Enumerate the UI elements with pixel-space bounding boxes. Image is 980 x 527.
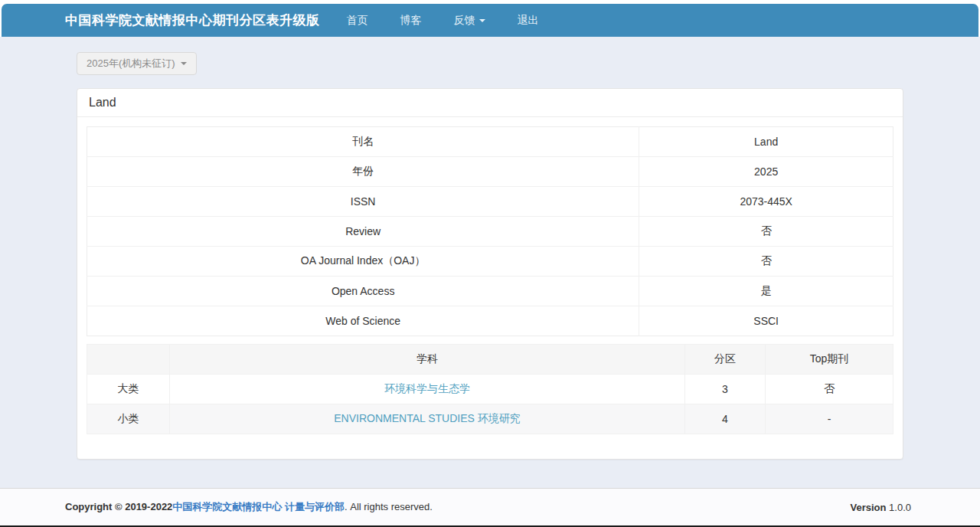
journal-title: Land (77, 89, 903, 117)
caret-down-icon (479, 19, 485, 22)
journal-panel: Land 刊名 Land 年份 2025 ISSN (77, 88, 903, 460)
table-row: Review 否 (87, 217, 893, 247)
table-row: 年份 2025 (87, 157, 893, 187)
info-label: Review (87, 217, 639, 247)
partition-value: 3 (685, 375, 766, 404)
info-value: 否 (639, 217, 893, 247)
table-row: Web of Science SSCI (87, 306, 893, 336)
info-value: 否 (639, 247, 893, 277)
info-value: Land (639, 127, 893, 157)
copyright-prefix: Copyright © 2019-2022 (65, 501, 172, 512)
navbar-brand[interactable]: 中国科学院文献情报中心期刊分区表升级版 (65, 11, 320, 29)
info-label: ISSN (87, 187, 639, 217)
content-area: 2025年(机构未征订) Land 刊名 Land 年份 2025 (0, 37, 980, 488)
year-dropdown-button[interactable]: 2025年(机构未征订) (77, 52, 197, 75)
header-top-journal: Top期刊 (766, 345, 893, 375)
category-type: 大类 (87, 375, 170, 404)
info-label: OA Journal Index（OAJ） (87, 247, 639, 277)
info-label: Web of Science (87, 306, 639, 336)
nav-item-feedback[interactable]: 反馈 (438, 5, 501, 37)
footer: Copyright © 2019-2022中国科学院文献情报中心 计量与评价部.… (0, 488, 980, 525)
header-partition: 分区 (685, 345, 766, 375)
navbar-menu: 首页 博客 反馈 退出 (331, 5, 555, 37)
nav-item-blog[interactable]: 博客 (384, 5, 438, 37)
top-journal-value: 否 (766, 375, 893, 404)
footer-org-link[interactable]: 中国科学院文献情报中心 计量与评价部 (172, 501, 345, 512)
info-label: Open Access (87, 277, 639, 306)
table-row: OA Journal Index（OAJ） 否 (87, 247, 893, 277)
page: 中国科学院文献情报中心期刊分区表升级版 首页 博客 反馈 退出 2025年(机构… (0, 0, 980, 527)
journal-info-table: 刊名 Land 年份 2025 ISSN 2073-445X Review (87, 126, 893, 336)
info-value: 是 (639, 277, 893, 306)
subject-cell: 环境科学与生态学 (170, 375, 685, 404)
table-header-row: 学科 分区 Top期刊 (87, 345, 893, 375)
version-value: 1.0.0 (889, 502, 911, 513)
year-dropdown-label: 2025年(机构未征订) (87, 57, 175, 70)
category-table: 学科 分区 Top期刊 大类 环境科学与生态学 3 否 (87, 344, 893, 434)
subject-link[interactable]: 环境科学与生态学 (384, 382, 470, 394)
version-text: Version 1.0.0 (850, 502, 911, 513)
table-row: 小类 ENVIRONMENTAL STUDIES 环境研究 4 - (87, 404, 893, 434)
category-type: 小类 (87, 404, 170, 434)
table-row: 大类 环境科学与生态学 3 否 (87, 375, 893, 404)
nav-item-home-label: 首页 (347, 14, 368, 28)
nav-item-blog-label: 博客 (400, 14, 422, 28)
top-journal-value: - (766, 404, 893, 434)
nav-item-logout[interactable]: 退出 (501, 5, 555, 37)
table-row: Open Access 是 (87, 277, 893, 306)
subject-link[interactable]: ENVIRONMENTAL STUDIES 环境研究 (334, 412, 520, 424)
info-label: 年份 (87, 157, 639, 187)
table-row: ISSN 2073-445X (87, 187, 893, 217)
table-row: 刊名 Land (87, 127, 893, 157)
caret-down-icon (181, 62, 187, 65)
subject-cell: ENVIRONMENTAL STUDIES 环境研究 (170, 404, 685, 434)
navbar: 中国科学院文献情报中心期刊分区表升级版 首页 博客 反馈 退出 (2, 4, 978, 37)
info-value: 2025 (639, 157, 893, 187)
nav-item-logout-label: 退出 (518, 14, 539, 28)
copyright-text: Copyright © 2019-2022中国科学院文献情报中心 计量与评价部.… (65, 500, 433, 514)
version-label: Version (850, 502, 886, 513)
journal-panel-body: 刊名 Land 年份 2025 ISSN 2073-445X Review (77, 117, 903, 459)
header-subject: 学科 (170, 345, 685, 375)
info-label: 刊名 (87, 127, 639, 157)
info-value: 2073-445X (639, 187, 893, 217)
partition-value: 4 (685, 404, 766, 434)
nav-item-home[interactable]: 首页 (331, 5, 384, 37)
header-blank (87, 345, 170, 375)
info-value: SSCI (639, 306, 893, 336)
copyright-suffix: . All rights reserved. (345, 501, 433, 512)
nav-item-feedback-label: 反馈 (454, 14, 475, 28)
